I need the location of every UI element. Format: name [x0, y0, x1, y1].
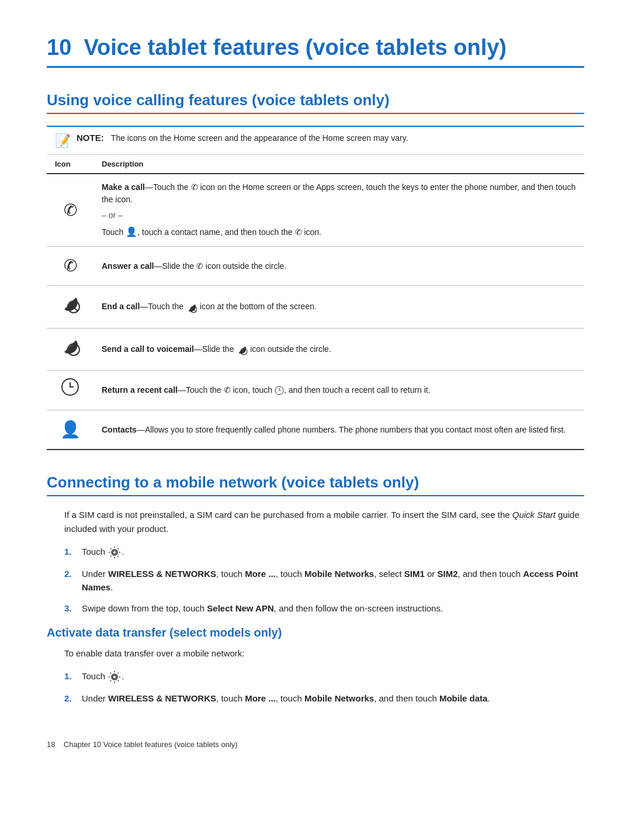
subsection1-heading: Activate data transfer (select models on… [47, 626, 584, 639]
section2-heading: Connecting to a mobile network (voice ta… [47, 473, 584, 496]
contacts-icon: 👤 [60, 420, 81, 438]
list-item: 1. Touch . [64, 545, 584, 559]
step-number: 1. [64, 545, 82, 559]
desc-bold: Make a call [102, 182, 145, 192]
subsection1-intro: To enable data transfer over a mobile ne… [64, 647, 584, 661]
note-content: NOTE: The icons on the Home screen and t… [77, 133, 408, 143]
icon-cell [47, 286, 93, 329]
phone-icon-inline: ✆ [196, 261, 203, 271]
end-call-svg [60, 293, 81, 314]
table-row: 👤 Contacts—Allows you to store frequentl… [47, 410, 584, 450]
col-desc-header: Description [93, 155, 584, 174]
icon-cell: 👤 [47, 410, 93, 450]
phone-icon-inline: ✆ [191, 182, 198, 192]
subsection1-steps: 1. Touch . 2. Under WIRELESS & NETWORKS,… [64, 670, 584, 706]
desc-bold: Contacts [102, 425, 137, 434]
settings-icon-2 [108, 670, 122, 684]
note-label: NOTE: [77, 133, 104, 143]
voicemail-svg [60, 336, 81, 357]
desc-bold: Answer a call [102, 261, 154, 271]
recent-call-icon [61, 382, 79, 400]
desc-cell: End a call—Touch the icon at the bottom … [93, 286, 584, 329]
svg-point-10 [113, 675, 116, 679]
settings-icon [108, 545, 122, 559]
phone-icon-inline2: ✆ [295, 227, 302, 237]
section1-heading: Using voice calling features (voice tabl… [47, 91, 584, 114]
table-row: ✆ Answer a call—Slide the ✆ icon outside… [47, 247, 584, 286]
footer-chapter-label: Chapter 10 Voice tablet features (voice … [64, 740, 238, 749]
phone-icon: ✆ [64, 201, 77, 219]
desc-cell: Answer a call—Slide the ✆ icon outside t… [93, 247, 584, 286]
step-number: 2. [64, 692, 82, 706]
note-icon: 📝 [55, 133, 71, 148]
recent-call-svg [61, 378, 79, 396]
col-icon-header: Icon [47, 155, 93, 174]
list-item: 2. Under WIRELESS & NETWORKS, touch More… [64, 568, 584, 594]
desc-cell: Contacts—Allows you to store frequently … [93, 410, 584, 450]
icon-cell [47, 371, 93, 410]
table-row: ✆ Make a call—Touch the ✆ icon on the Ho… [47, 174, 584, 247]
phone-answer-icon: ✆ [64, 257, 77, 275]
step-content: Under WIRELESS & NETWORKS, touch More ..… [82, 692, 584, 706]
list-item: 1. Touch . [64, 670, 584, 684]
end-call-icon-inline [186, 302, 197, 313]
voicemail-icon [60, 343, 81, 360]
table-row: Return a recent call—Touch the ✆ icon, t… [47, 371, 584, 410]
desc-bold: Return a recent call [102, 385, 178, 395]
end-call-icon [60, 293, 81, 321]
page-footer: 18 Chapter 10 Voice tablet features (voi… [47, 740, 584, 749]
voicemail-icon-inline [236, 344, 248, 355]
desc-cell: Return a recent call—Touch the ✆ icon, t… [93, 371, 584, 410]
section2-steps: 1. Touch . 2. Under WIRELESS & NETWORKS,… [64, 545, 584, 616]
note-box: 📝 NOTE: The icons on the Home screen and… [47, 126, 584, 155]
phone-icon-inline: ✆ [224, 385, 231, 395]
step-content: Under WIRELESS & NETWORKS, touch More ..… [82, 568, 584, 594]
page-number: 18 [47, 740, 55, 749]
desc-bold: End a call [102, 302, 140, 311]
step-content: Swipe down from the top, touch Select Ne… [82, 602, 584, 616]
step-number: 2. [64, 568, 82, 581]
table-row: End a call—Touch the icon at the bottom … [47, 286, 584, 329]
list-item: 3. Swipe down from the top, touch Select… [64, 602, 584, 616]
note-text: The icons on the Home screen and the app… [111, 133, 408, 143]
step-number: 1. [64, 670, 82, 683]
or-separator: – or – [102, 209, 576, 222]
step-content: Touch . [82, 670, 584, 684]
contacts-icon-inline: 👤 [126, 227, 137, 237]
section2-intro: If a SIM card is not preinstalled, a SIM… [64, 508, 584, 536]
desc-bold: Send a call to voicemail [102, 344, 194, 354]
step-number: 3. [64, 602, 82, 616]
desc-cell: Send a call to voicemail—Slide the icon … [93, 329, 584, 371]
svg-point-8 [113, 551, 116, 554]
features-table: Icon Description ✆ Make a call—Touch the… [47, 155, 584, 450]
table-row: Send a call to voicemail—Slide the icon … [47, 329, 584, 371]
quick-start-italic: Quick Start [512, 510, 556, 520]
icon-cell: ✆ [47, 247, 93, 286]
icon-cell: ✆ [47, 174, 93, 247]
clock-icon-inline [275, 386, 284, 395]
desc-cell: Make a call—Touch the ✆ icon on the Home… [93, 174, 584, 247]
chapter-title: 10 Voice tablet features (voice tablets … [47, 35, 584, 68]
icon-cell [47, 329, 93, 371]
step-content: Touch . [82, 545, 584, 559]
list-item: 2. Under WIRELESS & NETWORKS, touch More… [64, 692, 584, 706]
